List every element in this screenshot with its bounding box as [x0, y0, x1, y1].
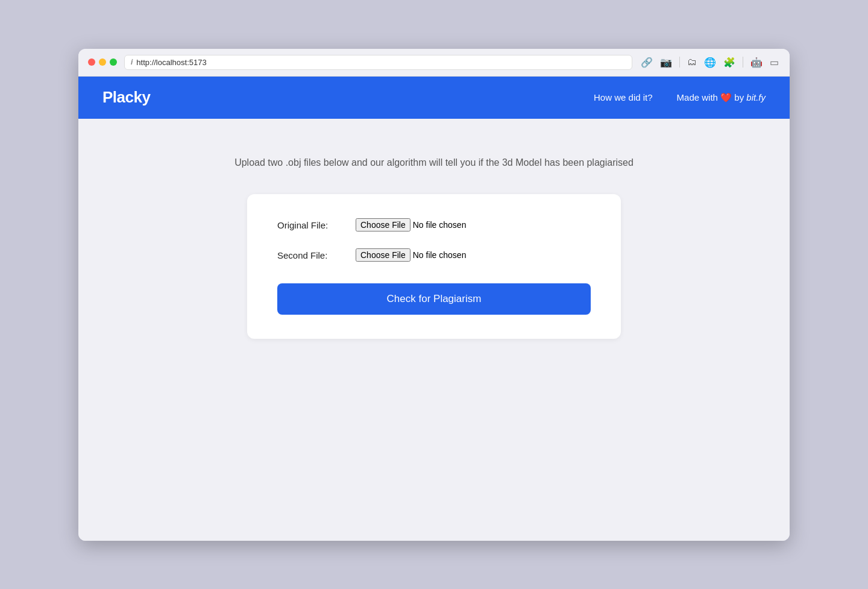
- company-name: bit.fy: [746, 92, 766, 102]
- second-file-label: Second File:: [277, 250, 344, 260]
- camera-icon[interactable]: 📷: [659, 55, 673, 69]
- how-we-did-it-link[interactable]: How we did it?: [594, 92, 653, 102]
- maximize-dot[interactable]: [110, 58, 117, 66]
- extension-icon[interactable]: 🤖: [749, 55, 764, 69]
- puzzle-icon[interactable]: 🧩: [722, 55, 737, 69]
- second-file-input-wrapper: [356, 248, 515, 262]
- second-file-input[interactable]: [356, 248, 515, 262]
- second-file-row: Second File:: [277, 248, 591, 262]
- divider2: [743, 57, 743, 68]
- page-description: Upload two .obj files below and our algo…: [234, 155, 634, 171]
- app-logo: Placky: [102, 88, 150, 107]
- address-bar[interactable]: i http://localhost:5173: [124, 55, 632, 70]
- info-icon: i: [131, 58, 133, 66]
- globe-icon[interactable]: 🌐: [703, 55, 717, 69]
- link-icon[interactable]: 🔗: [640, 55, 654, 69]
- sidebar-icon[interactable]: ▭: [769, 55, 780, 69]
- original-file-label: Original File:: [277, 220, 344, 230]
- browser-window: i http://localhost:5173 🔗 📷 🗂 🌐 🧩 🤖 ▭ Pl…: [78, 49, 790, 541]
- made-with-by: by: [732, 92, 746, 102]
- close-dot[interactable]: [88, 58, 95, 66]
- made-with-prefix: Made with: [677, 92, 721, 102]
- original-file-input[interactable]: [356, 218, 515, 232]
- app-main: Upload two .obj files below and our algo…: [78, 119, 790, 541]
- minimize-dot[interactable]: [99, 58, 106, 66]
- window-controls: [88, 58, 117, 66]
- made-with-text: Made with ❤️ by bit.fy: [677, 92, 766, 103]
- check-plagiarism-button[interactable]: Check for Plagiarism: [277, 283, 591, 315]
- original-file-row: Original File:: [277, 218, 591, 232]
- divider: [679, 57, 680, 68]
- header-nav: How we did it? Made with ❤️ by bit.fy: [594, 92, 766, 103]
- heart-icon: ❤️: [720, 92, 732, 102]
- browser-toolbar: 🔗 📷 🗂 🌐 🧩 🤖 ▭: [640, 55, 780, 69]
- original-file-input-wrapper: [356, 218, 515, 232]
- upload-card: Original File: Second File: Check for Pl…: [247, 194, 621, 339]
- url-text: http://localhost:5173: [136, 58, 206, 67]
- folder-icon[interactable]: 🗂: [686, 55, 698, 69]
- app-header: Placky How we did it? Made with ❤️ by bi…: [78, 77, 790, 119]
- browser-chrome: i http://localhost:5173 🔗 📷 🗂 🌐 🧩 🤖 ▭: [78, 49, 790, 77]
